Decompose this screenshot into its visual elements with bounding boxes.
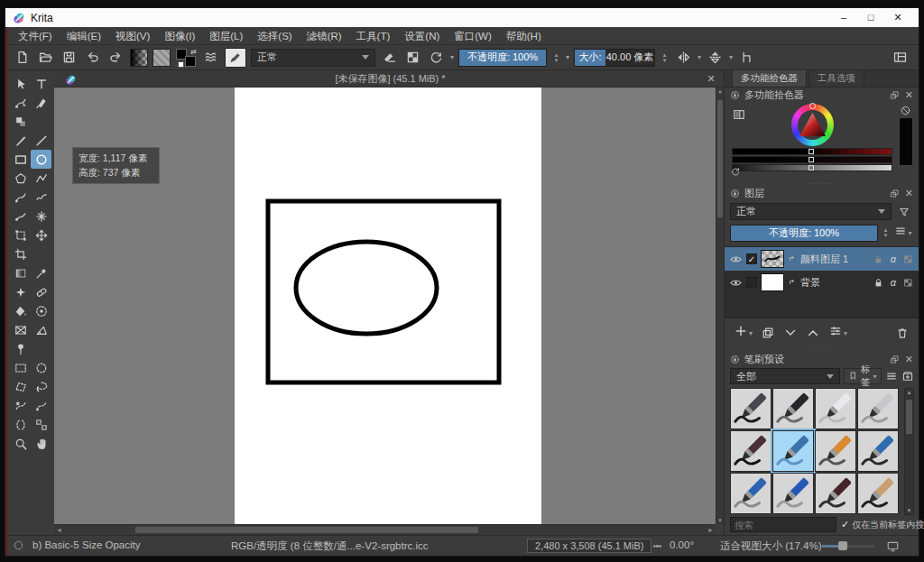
add-layer-button[interactable]: ▾ xyxy=(734,324,753,342)
close-docker-icon[interactable]: ✕ xyxy=(905,89,913,101)
canvas-page[interactable] xyxy=(235,88,541,524)
horizontal-mirror-button[interactable] xyxy=(674,48,693,67)
wrap-around-button[interactable] xyxy=(737,48,756,67)
pattern-chooser-swatch[interactable] xyxy=(152,49,171,67)
tool-sampler[interactable] xyxy=(31,263,51,282)
chevron-down-icon[interactable]: ▾ xyxy=(729,53,733,61)
eraser-mode-button[interactable] xyxy=(380,48,399,67)
alpha-lock-icon[interactable]: α xyxy=(888,277,899,288)
brush-editor-button[interactable] xyxy=(225,48,246,68)
tool-rectangle[interactable] xyxy=(10,150,31,169)
brush-preset-thumbnail[interactable] xyxy=(730,430,772,472)
move-layer-down-button[interactable] xyxy=(783,326,798,340)
tool-transform[interactable] xyxy=(10,226,31,244)
canvas-viewport[interactable]: 宽度: 1,117 像素 高度: 737 像素 xyxy=(54,88,716,524)
menu-item[interactable]: 视图(V) xyxy=(108,27,157,45)
preserve-alpha-button[interactable] xyxy=(403,48,422,67)
tool-reference[interactable] xyxy=(10,320,31,339)
canvas-rotation-icon[interactable] xyxy=(651,540,663,552)
no-color-icon[interactable] xyxy=(900,104,911,115)
menu-item[interactable]: 选择(S) xyxy=(250,27,299,45)
tool-pan[interactable] xyxy=(31,434,51,453)
tool-freehand-path[interactable] xyxy=(31,188,51,207)
horizontal-scrollbar[interactable]: ◄ ► xyxy=(54,524,716,535)
minimize-button[interactable]: – xyxy=(830,12,857,23)
brush-preset-thumbnail[interactable] xyxy=(815,430,856,472)
tool-select-similar[interactable] xyxy=(31,415,51,434)
docker-splitter[interactable]: ······· xyxy=(725,346,919,351)
open-document-button[interactable] xyxy=(36,48,55,67)
zoom-slider[interactable] xyxy=(822,545,874,548)
shade-strip[interactable] xyxy=(732,156,892,163)
color-history-icon[interactable] xyxy=(730,165,742,177)
gradient-chooser-swatch[interactable] xyxy=(130,49,148,67)
scroll-down-icon[interactable]: ▼ xyxy=(716,518,724,523)
tool-ellipse[interactable] xyxy=(31,150,51,169)
float-docker-icon[interactable] xyxy=(890,90,900,100)
tool-enclose-fill[interactable] xyxy=(31,301,51,320)
menu-item[interactable]: 窗口(W) xyxy=(447,27,499,45)
tool-colorize-mask[interactable] xyxy=(10,282,31,301)
tool-multibrush[interactable] xyxy=(31,207,51,226)
swap-colors-icon[interactable]: ⇄ xyxy=(190,48,197,56)
strip-handle[interactable] xyxy=(808,157,814,162)
redo-button[interactable] xyxy=(106,48,125,67)
current-color-swatch[interactable] xyxy=(899,117,913,166)
maximize-button[interactable]: □ xyxy=(857,12,884,23)
tool-smart-patch[interactable] xyxy=(31,282,51,301)
tool-select-freehand[interactable] xyxy=(31,377,51,396)
layer-name[interactable]: 背景 xyxy=(800,276,869,290)
layer-checkbox[interactable]: ✓ xyxy=(746,253,757,264)
layer-opacity-slider[interactable]: 不透明度: 100% xyxy=(730,225,878,242)
brush-preset-thumbnail[interactable] xyxy=(730,473,772,514)
close-button[interactable]: ✕ xyxy=(884,12,911,23)
background-color-swatch[interactable] xyxy=(185,56,196,67)
workspace-chooser-button[interactable] xyxy=(891,48,910,67)
brush-preset-thumbnail[interactable] xyxy=(815,388,856,429)
chevron-down-icon[interactable]: ▾ xyxy=(698,53,701,61)
layer-name[interactable]: 颜料图层 1 xyxy=(800,253,869,266)
search-in-tag-checkbox[interactable]: ✓ 仅在当前标签内搜索 xyxy=(841,519,924,531)
brush-preset-thumbnail[interactable] xyxy=(857,430,899,472)
colorspace-label[interactable]: RGB/透明度 (8 位整数/通...e-V2-srgbtrc.icc xyxy=(231,539,429,553)
brush-scroll-thumb[interactable] xyxy=(906,400,912,434)
strip-handle[interactable] xyxy=(808,165,814,170)
tool-select-bezier[interactable] xyxy=(31,396,51,415)
close-document-icon[interactable]: ✕ xyxy=(704,73,718,85)
menu-item[interactable]: 文件(F) xyxy=(11,27,60,45)
scroll-down-icon[interactable]: ▼ xyxy=(905,508,913,513)
vertical-scroll-thumb[interactable] xyxy=(717,100,723,217)
tool-crop[interactable] xyxy=(10,244,31,263)
brush-filter-dropdown[interactable]: 全部 xyxy=(730,368,840,384)
tool-freehand-brush[interactable] xyxy=(10,131,31,150)
undo-button[interactable] xyxy=(83,48,102,67)
brush-preset-thumbnail[interactable] xyxy=(857,388,899,429)
tool-select-contiguous[interactable] xyxy=(10,415,31,434)
layer-unlocked-icon[interactable] xyxy=(873,253,884,265)
menu-item[interactable]: 设置(N) xyxy=(397,27,447,45)
zoom-slider-thumb[interactable] xyxy=(838,541,847,550)
brush-size-slider[interactable]: 大小: 40.00 像素 xyxy=(574,49,655,67)
tool-measure[interactable] xyxy=(31,320,51,339)
menu-item[interactable]: 帮助(H) xyxy=(499,27,549,45)
strip-handle[interactable] xyxy=(808,149,814,154)
close-docker-icon[interactable]: ✕ xyxy=(905,188,913,199)
layer-thumbnail[interactable] xyxy=(761,250,784,268)
opacity-spinner[interactable]: ▲▼ xyxy=(551,49,561,67)
inherit-alpha-toggle-icon[interactable] xyxy=(902,277,914,289)
scroll-up-icon[interactable]: ▲ xyxy=(905,390,913,395)
layer-properties-button[interactable]: ▾ xyxy=(828,324,847,342)
layer-visibility-icon[interactable] xyxy=(729,253,743,266)
hue-ring[interactable] xyxy=(791,104,834,146)
brush-preset-thumbnail[interactable] xyxy=(815,473,856,514)
layer-visibility-icon[interactable] xyxy=(729,276,743,290)
shade-strip[interactable] xyxy=(732,148,892,155)
tag-button[interactable]: 标签 ▾ xyxy=(844,368,882,384)
tool-polyline[interactable] xyxy=(31,169,51,188)
vertical-scrollbar[interactable]: ▲ ▼ xyxy=(716,88,724,524)
tool-zoom[interactable] xyxy=(10,434,31,453)
layer-filter-icon[interactable] xyxy=(895,203,913,220)
brush-search-input[interactable] xyxy=(730,517,836,532)
foreground-background-colors[interactable]: ⇄ xyxy=(175,48,197,68)
scroll-right-icon[interactable]: ► xyxy=(707,527,714,533)
